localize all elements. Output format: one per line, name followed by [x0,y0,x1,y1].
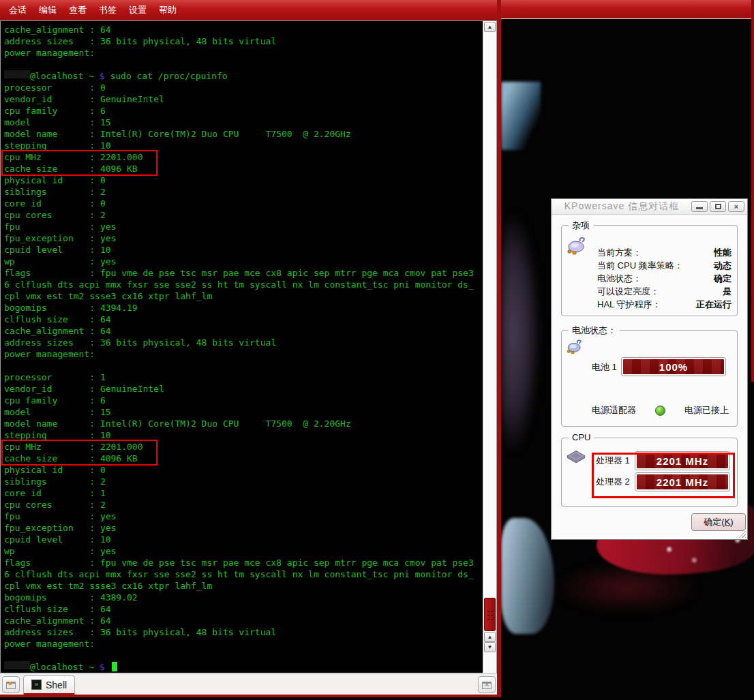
terminal-line: bogomips : 4394.19 [4,302,483,314]
close-button[interactable]: × [728,201,744,212]
menu-item-4[interactable]: 设置 [123,0,153,20]
battery-label: 电池 1 [592,361,617,374]
scroll-up-icon[interactable]: ▲ [484,22,496,32]
konsole-window-border-bottom [0,695,501,697]
annotation-box-terminal-2 [1,440,157,466]
tab-shell[interactable]: » Shell [23,675,75,695]
info-label: 电池状态： [597,273,642,285]
detach-x-icon: × [485,681,489,688]
redacted-username [4,661,30,669]
terminal-line: core id : 1 [4,487,483,499]
dialog-title: KPowersave 信息对话框 [554,200,689,213]
kpowersave-dialog: KPowersave 信息对话框 × 杂项 当前方案：性能当前 CPU 频率策略… [551,198,748,540]
new-window-icon: * [6,682,16,689]
terminal-line: model name : Intel(R) Core(TM)2 Duo CPU … [4,418,483,429]
terminal-line: wp : yes [4,545,483,557]
info-label: HAL 守护程序： [597,299,661,311]
info-row: 可以设定亮度：是 [597,285,732,298]
menu-bar: 会话编辑查看书签设置帮助 [0,0,497,20]
info-label: 可以设定亮度： [597,286,659,298]
detach-session-button[interactable]: × [478,676,496,693]
power-led-icon [655,406,665,416]
terminal-line: power management: [4,638,483,650]
terminal-line: siblings : 2 [4,186,483,198]
terminal-line: model name : Intel(R) Core(TM)2 Duo CPU … [4,128,483,140]
info-value: 动态 [714,260,732,272]
info-label: 当前方案： [597,247,642,259]
info-value: 确定 [714,273,732,285]
terminal-line: cpuid level : 10 [4,534,483,545]
scrollbar-thumb[interactable] [484,598,496,631]
ok-label-prefix: 确定( [704,517,724,527]
new-session-star-icon: * [8,682,12,688]
terminal-line: @localhost ~ $ [4,661,483,673]
info-value: 正在运行 [696,299,732,311]
terminal-line: cpu family : 6 [4,395,483,406]
desktop: 会话编辑查看书签设置帮助 cache_alignment : 64address… [0,0,754,700]
adapter-status: 电源已接上 [684,404,729,416]
terminal-line: cpu family : 6 [4,105,483,117]
annotation-box-terminal-1 [1,150,157,176]
menu-item-1[interactable]: 编辑 [33,0,63,20]
minimize-button[interactable] [691,201,708,212]
battery-percentage: 100% [659,361,688,373]
terminal-line: bogomips : 4389.02 [4,592,483,603]
terminal-frame: cache_alignment : 64address sizes : 36 b… [0,20,497,673]
terminal-line: address sizes : 36 bits physical, 48 bit… [4,35,483,47]
battery-plug-icon [566,339,584,355]
misc-rows: 当前方案：性能当前 CPU 频率策略：动态电池状态：确定可以设定亮度：是HAL … [597,246,732,311]
terminal-line: cache_alignment : 64 [4,24,483,35]
terminal-line: flags : fpu vme de pse tsc msr pae mce c… [4,267,483,279]
new-session-button[interactable]: * [2,676,20,693]
ok-button[interactable]: 确定(K) [691,513,746,531]
terminal-line: power management: [4,47,483,59]
info-label: 当前 CPU 频率策略： [597,260,683,272]
scroll-up-icon-bottom[interactable]: ▲ [484,632,496,642]
terminal-line: fpu_exception : yes [4,232,483,244]
menu-item-3[interactable]: 书签 [93,0,123,20]
terminal-line: clflush size : 64 [4,314,483,325]
battery-group: 电池状态： 电池 1 100% 电源适配器 电源已接上 [561,330,738,427]
menu-item-5[interactable]: 帮助 [153,0,183,20]
terminal-line [4,360,483,371]
video-frame-highlight [501,82,541,150]
video-titlebar[interactable] [501,0,754,19]
terminal-line: processor : 1 [4,371,483,383]
terminal-line: fpu : yes [4,221,483,232]
dialog-titlebar[interactable]: KPowersave 信息对话框 × [552,199,747,215]
terminal-line: wp : yes [4,256,483,267]
terminal-line: core id : 0 [4,198,483,209]
tab-bar: * » Shell × [0,673,497,695]
prompt-symbol: $ [100,71,105,81]
maximize-button[interactable] [710,201,726,212]
terminal-scrollbar[interactable]: ▲ ▲ ▼ [483,21,496,673]
ac-plug-icon [566,237,588,256]
menu-item-2[interactable]: 查看 [63,0,93,20]
terminal-line [4,59,483,70]
terminal-line: address sizes : 36 bits physical, 48 bit… [4,626,483,638]
terminal-line: flags : fpu vme de pse tsc msr pae mce c… [4,557,483,568]
terminal-line: address sizes : 36 bits physical, 48 bit… [4,337,483,348]
battery-row: 电池 1 100% [562,358,737,376]
maximize-icon [715,204,721,209]
info-row: 电池状态：确定 [597,272,732,285]
terminal-cursor [112,662,117,671]
scroll-down-icon[interactable]: ▼ [484,642,496,652]
konsole-window: 会话编辑查看书签设置帮助 cache_alignment : 64address… [0,0,501,697]
misc-group-title: 杂项 [569,219,593,232]
annotation-box-cpu [592,453,735,498]
menu-item-0[interactable]: 会话 [3,0,33,20]
adapter-row: 电源适配器 电源已接上 [592,404,729,416]
terminal-output[interactable]: cache_alignment : 64address sizes : 36 b… [1,21,483,673]
terminal-line: physical id : 0 [4,174,483,186]
terminal-line: physical id : 0 [4,464,483,476]
info-row: 当前 CPU 频率策略：动态 [597,259,732,272]
cpu-group-title: CPU [569,432,594,442]
terminal-line: model : 15 [4,406,483,418]
prompt-host: @localhost ~ [30,71,100,81]
terminal-line: 6 clflush dts acpi mmx fxsr sse sse2 ss … [4,279,483,290]
prompt-symbol: $ [100,662,105,672]
command-text: sudo cat /proc/cpuinfo [105,71,228,81]
terminal-line: processor : 0 [4,82,483,93]
terminal-line: @localhost ~ $ sudo cat /proc/cpuinfo [4,70,483,82]
